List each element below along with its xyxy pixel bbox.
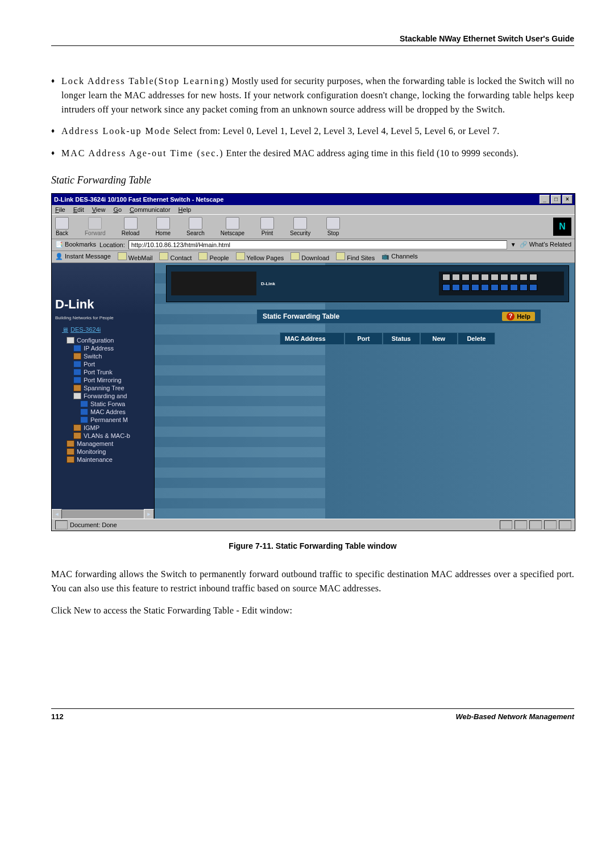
bullet-mac-ageout: MAC Address Age-out Time (sec.) Enter th… xyxy=(61,147,574,161)
back-button[interactable]: Back xyxy=(55,217,69,236)
link-instant-message[interactable]: 👤 Instant Message xyxy=(55,253,111,260)
folder-icon xyxy=(67,337,74,344)
sidebar-item-port[interactable]: Port xyxy=(57,360,154,368)
sidebar-item-label: Spanning Tree xyxy=(84,385,125,391)
link-find-sites[interactable]: Find Sites xyxy=(336,252,375,261)
term-lookup: Address Look-up Mode xyxy=(61,126,171,136)
folder-icon xyxy=(73,361,81,368)
sidebar-item-port-trunk[interactable]: Port Trunk xyxy=(57,368,154,376)
menu-go[interactable]: Go xyxy=(113,206,122,213)
sidebar-scrollbar[interactable]: ◄ ► xyxy=(52,510,154,519)
sidebar-item-management[interactable]: Management xyxy=(57,440,154,448)
sidebar-item-label: Permanent M xyxy=(90,416,128,423)
location-input[interactable] xyxy=(128,240,507,249)
term-lock: Lock Address Table(Stop Learning) xyxy=(61,76,229,86)
menu-view[interactable]: View xyxy=(92,206,106,213)
reload-icon xyxy=(124,217,138,229)
delete-button[interactable]: Delete xyxy=(458,332,495,345)
link-download[interactable]: Download xyxy=(291,252,329,261)
text-lookup: Select from: Level 0, Level 1, Level 2, … xyxy=(171,126,500,136)
dlink-tagline: Building Networks for People xyxy=(52,315,154,323)
statusbar: Document: Done xyxy=(52,519,575,531)
close-button[interactable]: × xyxy=(562,195,572,204)
sidebar-item-spanning-tree[interactable]: Spanning Tree xyxy=(57,384,154,392)
col-status: Status xyxy=(383,332,420,345)
reload-button[interactable]: Reload xyxy=(122,217,140,236)
status-chip-3 xyxy=(529,520,542,529)
scroll-right-icon[interactable]: ► xyxy=(144,509,154,519)
sidebar-item-mac-addres[interactable]: MAC Addres xyxy=(57,408,154,416)
lock-icon xyxy=(293,217,307,229)
folder-icon xyxy=(67,440,74,447)
menu-communicator[interactable]: Communicator xyxy=(130,206,171,213)
sidebar-item-label: Port Trunk xyxy=(84,369,113,375)
home-icon xyxy=(156,217,170,229)
sidebar-item-ip-address[interactable]: IP Address xyxy=(57,344,154,352)
window-title: D-Link DES-3624i 10/100 Fast Ethernet Sw… xyxy=(54,196,223,203)
folder-icon xyxy=(67,448,74,455)
minimize-button[interactable]: _ xyxy=(540,195,550,204)
menu-file[interactable]: File xyxy=(55,206,65,213)
sidebar-item-label: Static Forwa xyxy=(90,400,125,407)
netscape-window: D-Link DES-3624i 10/100 Fast Ethernet Sw… xyxy=(51,193,575,531)
sidebar-item-label: Port Mirroring xyxy=(84,377,122,383)
folder-icon xyxy=(73,432,81,439)
security-button[interactable]: Security xyxy=(290,217,310,236)
paragraph-click-new: Click New to access the Static Forwardin… xyxy=(51,604,574,618)
search-button[interactable]: Search xyxy=(186,217,205,236)
link-contact[interactable]: Contact xyxy=(159,252,192,261)
bookmarks-button[interactable]: 📑 Bookmarks xyxy=(55,241,96,248)
link-channels[interactable]: 📺 Channels xyxy=(381,253,418,260)
folder-icon xyxy=(67,456,74,463)
term-ageout: MAC Address Age-out Time (sec.) xyxy=(61,148,224,158)
sidebar-item-igmp[interactable]: IGMP xyxy=(57,424,154,432)
sidebar-item-label: Monitoring xyxy=(77,448,106,455)
forward-button[interactable]: Forward xyxy=(85,217,106,236)
sidebar-item-port-mirroring[interactable]: Port Mirroring xyxy=(57,376,154,384)
device-front-panel: D-Link xyxy=(166,265,569,302)
nav-tree: ConfigurationIP AddressSwitchPortPort Tr… xyxy=(52,335,154,465)
sidebar-item-label: Configuration xyxy=(77,337,114,344)
netscape-button[interactable]: Netscape xyxy=(221,217,244,236)
device-name-link[interactable]: 🖥 DES-3624i xyxy=(52,323,154,335)
status-chip-4 xyxy=(544,520,557,529)
folder-icon xyxy=(73,377,81,383)
sidebar-item-permanent-m[interactable]: Permanent M xyxy=(57,416,154,424)
figure-caption: Figure 7-11. Static Forwarding Table win… xyxy=(51,541,574,550)
device-led-panel xyxy=(171,272,256,295)
netscape-logo-icon: N xyxy=(553,218,571,236)
folder-icon xyxy=(80,400,88,407)
menu-help[interactable]: Help xyxy=(179,206,192,213)
sidebar-item-forwarding-and[interactable]: Forwarding and xyxy=(57,392,154,400)
folder-icon xyxy=(73,369,81,375)
sidebar-item-maintenance[interactable]: Maintenance xyxy=(57,456,154,464)
sidebar-item-label: Maintenance xyxy=(77,456,113,463)
new-button[interactable]: New xyxy=(420,332,458,345)
folder-icon xyxy=(73,393,81,399)
link-people[interactable]: People xyxy=(198,252,229,261)
stop-button[interactable]: Stop xyxy=(326,217,340,236)
home-button[interactable]: Home xyxy=(155,217,171,236)
sidebar-item-vlans-mac-b[interactable]: VLANs & MAC-b xyxy=(57,432,154,440)
sidebar-item-static-forwa[interactable]: Static Forwa xyxy=(57,400,154,408)
menu-edit[interactable]: Edit xyxy=(73,206,84,213)
page-content: D-Link Building Networks for People 🖥 DE… xyxy=(52,263,575,519)
print-button[interactable]: Print xyxy=(260,217,274,236)
print-icon xyxy=(260,217,274,229)
search-icon xyxy=(189,217,202,229)
col-mac-address: MAC Address xyxy=(280,332,345,345)
maximize-button[interactable]: □ xyxy=(551,195,561,204)
panel-title-bar: Static Forwarding Table Help xyxy=(257,310,541,323)
link-webmail[interactable]: WebMail xyxy=(118,252,153,261)
back-icon xyxy=(55,217,69,229)
window-titlebar: D-Link DES-3624i 10/100 Fast Ethernet Sw… xyxy=(52,194,575,205)
bullet-lookup-mode: Address Look-up Mode Select from: Level … xyxy=(61,124,574,139)
sidebar-item-monitoring[interactable]: Monitoring xyxy=(57,448,154,456)
whats-related-button[interactable]: 🔗 What's Related xyxy=(520,241,571,248)
help-button[interactable]: Help xyxy=(502,312,535,321)
link-yellow-pages[interactable]: Yellow Pages xyxy=(236,252,284,261)
scroll-left-icon[interactable]: ◄ xyxy=(52,509,62,519)
dlink-logo: D-Link xyxy=(55,297,94,312)
sidebar-item-configuration[interactable]: Configuration xyxy=(57,336,154,344)
sidebar-item-switch[interactable]: Switch xyxy=(57,352,154,360)
